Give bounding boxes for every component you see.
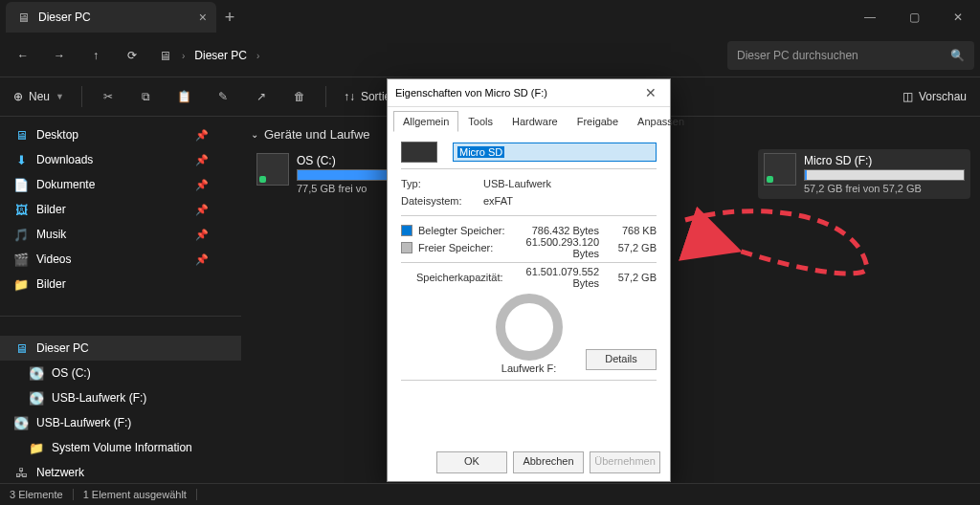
- drive-free-text: 57,2 GB frei von 57,2 GB: [804, 183, 965, 194]
- sidebar-item-music[interactable]: 🎵Musik📌: [0, 222, 241, 247]
- separator: [81, 86, 82, 107]
- usb-drive-icon: 💽: [29, 390, 44, 406]
- chevron-down-icon: ⌄: [251, 129, 258, 140]
- new-label: Neu: [29, 90, 50, 103]
- sidebar-item-sysvol[interactable]: 📁System Volume Information: [0, 435, 241, 460]
- fs-value: exFAT: [483, 195, 657, 207]
- tab-allgemein[interactable]: Allgemein: [393, 111, 458, 132]
- sidebar-item-os-drive[interactable]: 💽OS (C:): [0, 361, 241, 385]
- chevron-right-icon: ›: [182, 51, 185, 61]
- capacity-human: 57,2 GB: [599, 272, 657, 283]
- apply-button[interactable]: Übernehmen: [590, 451, 660, 473]
- drive-icon: [256, 153, 289, 186]
- dialog-tabs: Allgemein Tools Hardware Freigabe Anpass…: [388, 107, 670, 132]
- dialog-close-button[interactable]: ✕: [639, 85, 662, 100]
- sidebar-item-pictures[interactable]: 🖼Bilder📌: [0, 197, 241, 222]
- properties-dialog: Eigenschaften von Micro SD (F:) ✕ Allgem…: [387, 78, 671, 482]
- new-button[interactable]: ⊕ Neu ▼: [6, 82, 72, 111]
- free-swatch-icon: [401, 242, 412, 253]
- sidebar-item-desktop[interactable]: 🖥Desktop📌: [0, 122, 241, 147]
- sidebar-item-label: Musik: [36, 228, 66, 241]
- drive-micro-sd-f[interactable]: Micro SD (F:) 57,2 GB frei von 57,2 GB: [758, 149, 970, 199]
- usb-drive-icon: 💽: [13, 415, 29, 430]
- sidebar-item-usb-drive[interactable]: 💽USB-Laufwerk (F:): [0, 385, 241, 410]
- cut-button[interactable]: ✂: [92, 82, 124, 111]
- sidebar-item-label: System Volume Information: [52, 441, 192, 454]
- pin-icon: 📌: [195, 179, 209, 191]
- rename-button[interactable]: ✎: [207, 82, 239, 111]
- copy-button[interactable]: ⧉: [130, 82, 163, 111]
- separator: [196, 489, 197, 500]
- new-tab-button[interactable]: +: [216, 8, 243, 28]
- sidebar: 🖥Desktop📌 ⬇Downloads📌 📄Dokumente📌 🖼Bilde…: [0, 117, 241, 486]
- sidebar-item-network[interactable]: 🖧Netzwerk: [0, 460, 241, 485]
- share-button[interactable]: ↗: [245, 82, 278, 111]
- pin-icon: 📌: [195, 129, 209, 142]
- ok-button[interactable]: OK: [436, 451, 507, 473]
- videos-icon: 🎬: [13, 252, 29, 267]
- pin-icon: 📌: [195, 154, 209, 166]
- status-item-count: 3 Elemente: [10, 489, 63, 500]
- sidebar-item-label: OS (C:): [52, 366, 91, 380]
- sidebar-item-label: Downloads: [36, 153, 93, 166]
- free-bytes: 61.500.293.120 Bytes: [514, 236, 599, 259]
- delete-button[interactable]: 🗑: [283, 82, 316, 111]
- folder-icon: 📁: [29, 440, 44, 455]
- sidebar-item-folder[interactable]: 📁Bilder: [0, 272, 241, 296]
- group-header-label: Geräte und Laufwe: [264, 127, 370, 142]
- tab-tools[interactable]: Tools: [458, 111, 502, 132]
- fs-label: Dateisystem:: [401, 195, 483, 207]
- tab-anpassen[interactable]: Anpassen: [628, 111, 694, 132]
- maximize-button[interactable]: ▢: [892, 0, 936, 34]
- drive-icon: 💽: [29, 365, 44, 381]
- sidebar-item-this-pc[interactable]: 🖥Dieser PC: [0, 336, 241, 361]
- sidebar-item-documents[interactable]: 📄Dokumente📌: [0, 172, 241, 197]
- used-bytes: 786.432 Bytes: [514, 225, 599, 236]
- breadcrumb[interactable]: 🖥 › Dieser PC ›: [157, 48, 259, 63]
- back-button[interactable]: ←: [6, 40, 40, 71]
- usage-pie-chart: [496, 294, 563, 361]
- sidebar-item-label: Dieser PC: [36, 341, 89, 355]
- drive-name-input[interactable]: Micro SD: [453, 143, 657, 162]
- cancel-button[interactable]: Abbrechen: [513, 451, 584, 473]
- tab-freigabe[interactable]: Freigabe: [568, 111, 628, 132]
- search-input[interactable]: Dieser PC durchsuchen 🔍: [727, 41, 974, 70]
- drive-name: Micro SD (F:): [804, 154, 965, 167]
- music-icon: 🎵: [13, 227, 29, 242]
- used-swatch-icon: [401, 225, 412, 236]
- dialog-titlebar[interactable]: Eigenschaften von Micro SD (F:) ✕: [388, 79, 670, 107]
- titlebar: 🖥 Dieser PC × + — ▢ ✕: [0, 0, 980, 34]
- tab-label: Dieser PC: [38, 11, 191, 24]
- sidebar-item-label: Dokumente: [36, 178, 95, 191]
- documents-icon: 📄: [13, 177, 29, 192]
- network-icon: 🖧: [13, 465, 29, 480]
- window-close-button[interactable]: ✕: [936, 0, 980, 34]
- sidebar-item-label: USB-Laufwerk (F:): [52, 391, 146, 405]
- search-icon: 🔍: [950, 49, 965, 62]
- drive-icon: [764, 153, 796, 186]
- sidebar-item-label: Videos: [36, 252, 71, 266]
- sidebar-item-label: Netzwerk: [36, 466, 84, 479]
- sidebar-item-usb-root[interactable]: 💽USB-Laufwerk (F:): [0, 410, 241, 435]
- window-tab[interactable]: 🖥 Dieser PC ×: [6, 2, 216, 33]
- breadcrumb-root[interactable]: Dieser PC: [194, 49, 247, 62]
- tab-close-icon[interactable]: ×: [199, 10, 207, 25]
- preview-button[interactable]: ◫ Vorschau: [895, 82, 974, 111]
- downloads-icon: ⬇: [13, 152, 29, 167]
- forward-button[interactable]: →: [42, 40, 77, 71]
- sidebar-item-downloads[interactable]: ⬇Downloads📌: [0, 147, 241, 172]
- pin-icon: 📌: [195, 229, 209, 241]
- sidebar-item-label: Desktop: [36, 128, 78, 142]
- sidebar-item-videos[interactable]: 🎬Videos📌: [0, 247, 241, 272]
- refresh-button[interactable]: ⟳: [115, 40, 149, 71]
- tab-hardware[interactable]: Hardware: [502, 111, 568, 132]
- pc-icon: 🖥: [157, 48, 172, 63]
- capacity-label: Speicherkapazität:: [416, 272, 512, 283]
- details-button[interactable]: Details: [586, 349, 657, 370]
- paste-button[interactable]: 📋: [168, 82, 201, 111]
- minimize-button[interactable]: —: [848, 0, 892, 34]
- pictures-icon: 🖼: [13, 202, 29, 217]
- up-button[interactable]: ↑: [78, 40, 113, 71]
- plus-icon: ⊕: [13, 90, 23, 103]
- preview-icon: ◫: [902, 90, 913, 103]
